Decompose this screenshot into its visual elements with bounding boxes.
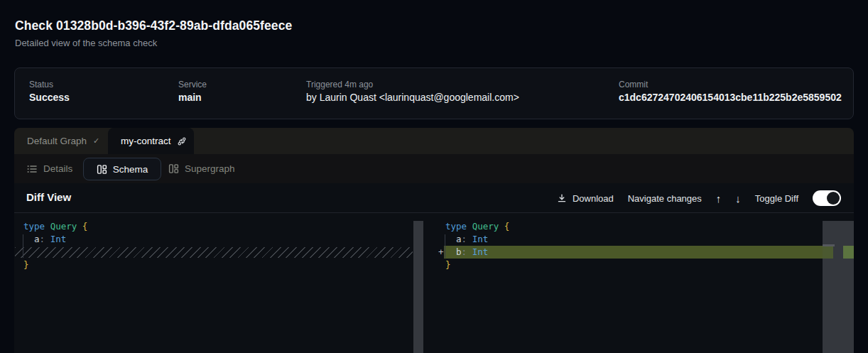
- arrow-up-icon: ↑: [716, 192, 722, 205]
- triggered-value: by Laurin Quast <laurinquast@googlemail.…: [306, 92, 519, 103]
- tab-supergraph[interactable]: Supergraph: [168, 154, 235, 183]
- view-tabs: Details Schema: [14, 154, 854, 183]
- code-line: [14, 246, 423, 259]
- graph-tabstrip: Default Graph ✓ my-contract: [14, 128, 854, 154]
- default-graph-label: Default Graph: [27, 136, 87, 146]
- diff-toolbar-actions: Download Navigate changes ↑ ↓ Toggle Dif…: [557, 183, 841, 213]
- toggle-diff-label: Toggle Diff: [755, 193, 798, 204]
- code-line: }: [423, 259, 823, 271]
- supergraph-label: Supergraph: [185, 163, 235, 174]
- code-line: + b: Int: [423, 246, 823, 259]
- git-compare-icon: [171, 136, 187, 146]
- triggered-label: Triggered 4m ago: [306, 80, 373, 89]
- commit-label: Commit: [619, 80, 648, 89]
- code-line: type Query {: [14, 220, 423, 233]
- diff-pane-after[interactable]: type Query { a: Int+ b: Int}: [423, 214, 823, 353]
- status-value: Success: [29, 92, 70, 103]
- toggle-knob: [827, 192, 840, 205]
- columns-icon: [97, 164, 107, 175]
- service-label: Service: [178, 80, 207, 89]
- diff-editor: type Query { a: Int} type Query { a: Int…: [14, 214, 854, 353]
- tab-default-graph[interactable]: Default Graph ✓: [14, 128, 108, 154]
- diff-pane-before[interactable]: type Query { a: Int}: [14, 214, 423, 353]
- diff-toolbar: Diff View Download Navigate changes ↑: [14, 183, 854, 213]
- code-line: a: Int: [14, 233, 423, 246]
- code-line: type Query {: [423, 220, 823, 233]
- download-icon: [557, 193, 567, 203]
- diff-view-title: Diff View: [26, 191, 71, 203]
- code-line: a: Int: [423, 233, 823, 246]
- added-line-plus-icon: +: [438, 246, 444, 259]
- navigate-changes-label: Navigate changes: [628, 193, 702, 204]
- check-summary-card: Status Success Service main Triggered 4m…: [14, 67, 854, 119]
- download-button[interactable]: Download: [557, 193, 614, 204]
- tab-schema[interactable]: Schema: [83, 158, 161, 180]
- tab-my-contract[interactable]: my-contract: [108, 128, 194, 154]
- schema-check-detail-card: Default Graph ✓ my-contract: [14, 128, 854, 353]
- overview-ruler-added-marker: [843, 246, 854, 259]
- list-icon: [26, 163, 38, 175]
- arrow-down-icon: ↓: [735, 192, 741, 205]
- diff-placeholder-hatch: [15, 247, 413, 258]
- previous-change-button[interactable]: ↑: [716, 193, 722, 204]
- page-title: Check 01328b0d-b396-43f2-89ab-dfda065fee…: [15, 18, 292, 33]
- diff-scrollbar-marker: [823, 246, 833, 259]
- schema-label: Schema: [113, 164, 148, 175]
- left-pane-scrollbar[interactable]: [413, 221, 423, 353]
- tab-details[interactable]: Details: [26, 154, 72, 183]
- commit-value: c1dc62724702406154013cbe11b225b2e5859502: [619, 92, 842, 103]
- schema-check-page: Check 01328b0d-b396-43f2-89ab-dfda065fee…: [0, 0, 868, 353]
- status-label: Status: [29, 80, 53, 89]
- page-subtitle: Detailed view of the schema check: [15, 38, 157, 48]
- code-line: }: [14, 259, 423, 271]
- service-value: main: [178, 92, 202, 103]
- diff-pane-right-lines: type Query { a: Int+ b: Int}: [423, 214, 823, 271]
- toggle-diff-switch[interactable]: [813, 190, 841, 206]
- check-icon: ✓: [93, 136, 99, 146]
- next-change-button[interactable]: ↓: [735, 193, 741, 204]
- indent-guide: [23, 234, 23, 258]
- columns-icon: [168, 163, 179, 174]
- my-contract-label: my-contract: [121, 136, 171, 146]
- download-label: Download: [573, 193, 614, 204]
- diff-pane-left-lines: type Query { a: Int}: [14, 214, 423, 271]
- right-pane-scrollbar[interactable]: [823, 221, 854, 353]
- indent-guide: [445, 234, 445, 258]
- details-label: Details: [43, 163, 72, 174]
